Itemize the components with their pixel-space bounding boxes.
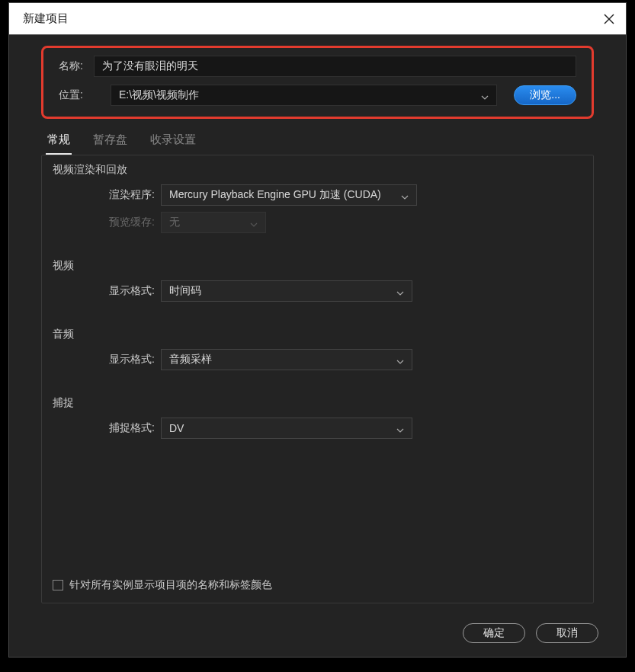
preview-cache-value: 无 [169,216,180,229]
tab-general[interactable]: 常规 [46,130,72,155]
section-video: 视频 显示格式: 时间码 [53,259,582,308]
tab-ingest-settings[interactable]: 收录设置 [149,130,197,155]
name-row: 名称: [59,56,576,77]
video-format-row: 显示格式: 时间码 [53,280,582,302]
capture-format-row: 捕捉格式: DV [53,418,582,439]
dialog-content: 名称: 位置: E:\视频\视频制作 浏览... 常规 暂存盘 收录设置 视频 [9,35,626,614]
show-names-checkbox-row: 针对所有实例显示项目项的名称和标签颜色 [53,555,582,592]
capture-format-value: DV [169,422,184,434]
capture-format-select[interactable]: DV [161,418,412,439]
section-capture-title: 捕捉 [53,396,582,410]
name-label: 名称: [59,59,94,73]
spacer [53,465,582,555]
section-capture: 捕捉 捕捉格式: DV [53,396,582,445]
chevron-down-icon [396,287,404,295]
video-format-label: 显示格式: [95,284,155,298]
renderer-row: 渲染程序: Mercury Playback Engine GPU 加速 (CU… [53,184,582,206]
section-audio: 音频 显示格式: 音频采样 [53,328,582,376]
preview-cache-select: 无 [161,212,266,233]
dialog-footer: 确定 取消 [9,614,626,657]
location-value: E:\视频\视频制作 [119,88,199,102]
name-input[interactable] [94,56,576,77]
cancel-button[interactable]: 取消 [536,623,598,643]
section-render: 视频渲染和回放 渲染程序: Mercury Playback Engine GP… [53,163,582,239]
browse-button[interactable]: 浏览... [514,85,576,105]
section-render-title: 视频渲染和回放 [53,163,582,177]
location-row: 位置: E:\视频\视频制作 浏览... [59,85,576,106]
titlebar: 新建项目 [9,3,626,35]
section-video-title: 视频 [53,259,582,273]
browse-label: 浏览... [530,88,560,102]
chevron-down-icon [250,219,258,226]
renderer-label: 渲染程序: [95,188,155,202]
video-format-select[interactable]: 时间码 [161,280,412,302]
chevron-down-icon [396,356,404,363]
audio-format-label: 显示格式: [95,353,155,366]
tab-scratch-disks[interactable]: 暂存盘 [91,130,129,155]
location-label: 位置: [59,88,94,102]
preview-cache-row: 预览缓存: 无 [53,212,582,233]
tabs: 常规 暂存盘 收录设置 [41,125,594,155]
show-names-checkbox[interactable] [53,580,63,590]
show-names-label: 针对所有实例显示项目项的名称和标签颜色 [69,578,272,592]
chevron-down-icon [396,424,404,432]
chevron-down-icon [401,191,409,199]
location-select[interactable]: E:\视频\视频制作 [111,85,497,106]
ok-button[interactable]: 确定 [463,623,525,643]
chevron-down-icon [481,91,489,99]
new-project-dialog: 新建项目 名称: 位置: E:\视频\视频制作 浏览... 常规 [8,2,627,658]
video-format-value: 时间码 [169,284,201,298]
capture-format-label: 捕捉格式: [95,421,155,435]
renderer-select[interactable]: Mercury Playback Engine GPU 加速 (CUDA) [161,184,417,206]
dialog-title: 新建项目 [23,11,69,26]
audio-format-row: 显示格式: 音频采样 [53,349,582,370]
close-icon[interactable] [603,13,615,25]
renderer-value: Mercury Playback Engine GPU 加速 (CUDA) [169,188,381,202]
highlight-annotation: 名称: 位置: E:\视频\视频制作 浏览... [41,46,594,119]
preview-cache-label: 预览缓存: [95,216,155,229]
audio-format-value: 音频采样 [169,353,212,366]
audio-format-select[interactable]: 音频采样 [161,349,412,370]
settings-panel: 视频渲染和回放 渲染程序: Mercury Playback Engine GP… [41,155,594,603]
section-audio-title: 音频 [53,328,582,341]
